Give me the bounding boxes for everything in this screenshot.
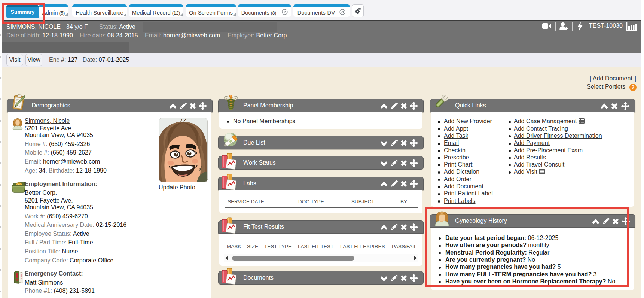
svg-text:?: ? [631,84,635,90]
